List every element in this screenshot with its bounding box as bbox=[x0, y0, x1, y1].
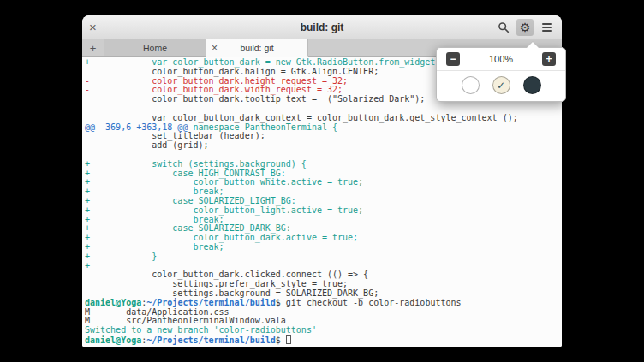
settings-popover: − 100% + ✓ bbox=[436, 47, 566, 102]
headerbar: × build: git ⚙ bbox=[82, 15, 562, 39]
window-close-button[interactable]: × bbox=[89, 21, 97, 33]
tab-home[interactable]: Home bbox=[104, 39, 206, 56]
tab-home-label: Home bbox=[143, 43, 167, 53]
theme-options: ✓ bbox=[437, 71, 565, 101]
terminal-line: add (grid); bbox=[85, 141, 559, 151]
zoom-level: 100% bbox=[489, 54, 513, 64]
settings-button[interactable]: ⚙ bbox=[516, 19, 534, 36]
theme-option-solarized-dark[interactable] bbox=[523, 76, 541, 94]
search-icon bbox=[498, 21, 510, 33]
tab-build-git-label: build: git bbox=[240, 43, 273, 53]
terminal-line: Switched to a new branch 'color-radiobut… bbox=[85, 326, 559, 335]
check-icon: ✓ bbox=[497, 80, 505, 91]
tab-build-git[interactable]: × build: git bbox=[206, 39, 308, 57]
headerbar-actions: ⚙ bbox=[495, 19, 555, 36]
zoom-in-button[interactable]: + bbox=[542, 52, 556, 66]
terminal-line: + } bbox=[85, 252, 559, 262]
zoom-out-button[interactable]: − bbox=[446, 52, 460, 66]
window-title: build: git bbox=[82, 21, 562, 33]
tab-close-button[interactable]: × bbox=[212, 39, 218, 56]
gear-icon: ⚙ bbox=[520, 21, 531, 33]
menu-button[interactable] bbox=[538, 19, 555, 36]
popover-arrow bbox=[527, 42, 539, 48]
hamburger-icon bbox=[542, 23, 552, 32]
terminal-cursor bbox=[286, 335, 291, 344]
search-button[interactable] bbox=[495, 19, 512, 36]
theme-option-solarized-light[interactable]: ✓ bbox=[492, 76, 510, 94]
theme-option-high-contrast[interactable] bbox=[462, 76, 480, 94]
new-tab-button[interactable]: + bbox=[82, 39, 104, 56]
terminal-line: daniel@Yoga:~/Projects/terminal/build$ bbox=[85, 335, 559, 346]
zoom-controls: − 100% + bbox=[437, 48, 565, 71]
